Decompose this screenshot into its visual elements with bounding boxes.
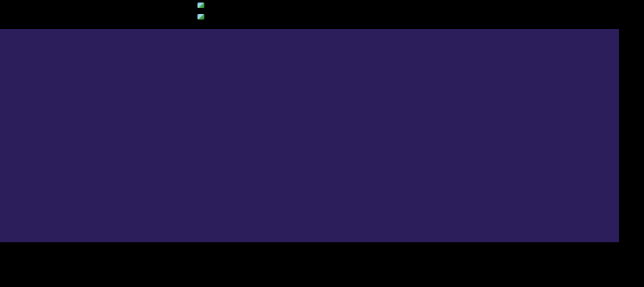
image-icon[interactable] <box>197 14 204 20</box>
candlestick-overlay <box>0 29 619 242</box>
liquidity-decay-slider[interactable] <box>252 5 415 7</box>
slider-controls <box>190 0 424 29</box>
chart-area <box>0 29 644 242</box>
liquidation-heatmap[interactable] <box>0 29 619 242</box>
liquidity-decay-row <box>190 1 424 12</box>
time-axis[interactable] <box>0 242 619 251</box>
price-axis[interactable] <box>621 29 644 242</box>
header-bar <box>0 0 644 29</box>
liquidity-threshold-row <box>190 12 424 23</box>
footer-bar <box>0 271 644 287</box>
liquidity-colorbar <box>3 261 641 266</box>
liquidation-heatmap-app <box>0 0 644 287</box>
liquidity-threshold-slider[interactable] <box>252 16 415 18</box>
image-icon[interactable] <box>197 3 204 8</box>
colorbar-ticks <box>0 252 644 259</box>
